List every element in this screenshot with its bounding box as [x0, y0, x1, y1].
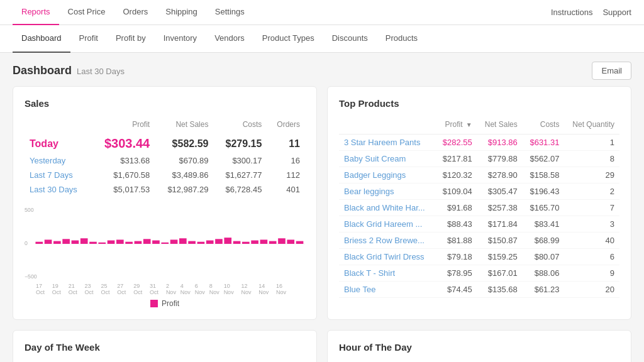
- product-row: Blue Tee$74.45$135.68$61.2320: [339, 282, 619, 298]
- email-button[interactable]: Email: [592, 62, 631, 80]
- bar: [89, 242, 97, 244]
- products-col-costs: Costs: [523, 118, 565, 134]
- chart-x-label: 27 Oct: [117, 283, 133, 295]
- nav-shipping[interactable]: Shipping: [157, 0, 206, 25]
- product-name[interactable]: Black Grid Hareem ...: [339, 216, 435, 233]
- product-costs: $631.31: [523, 134, 565, 151]
- chart-x-label: 29 Oct: [133, 283, 150, 295]
- sales-row[interactable]: Last 30 Days$5,017.53$12,987.29$6,728.45…: [25, 182, 305, 197]
- cards-row: Sales Profit Net Sales Costs Orders Toda…: [13, 86, 631, 320]
- nav-orders[interactable]: Orders: [114, 0, 157, 25]
- product-row: Bear leggings$109.04$305.47$196.432: [339, 184, 619, 200]
- chart-area: 500 0 −500 17 Oct19 Oct21 Oct23 Oct25 Oc…: [25, 204, 305, 308]
- bar: [224, 238, 231, 244]
- products-col-profit[interactable]: Profit ▼: [435, 118, 477, 134]
- sales-row[interactable]: Last 7 Days$1,670.58$3,489.86$1,627.7711…: [25, 168, 305, 182]
- bar: [45, 239, 52, 244]
- product-row: Black T - Shirt$78.95$167.01$88.069: [339, 265, 619, 282]
- col-orders: Orders: [267, 118, 305, 134]
- product-profit: $109.04: [435, 184, 477, 200]
- bar: [143, 239, 151, 244]
- product-name[interactable]: Bear leggings: [339, 184, 435, 200]
- tab-products[interactable]: Products: [377, 25, 426, 53]
- chart-x-label: 16 Nov: [276, 283, 294, 295]
- bar: [116, 239, 124, 244]
- chart-x-label: 31 Oct: [150, 283, 166, 295]
- product-net-sales: $167.01: [477, 265, 523, 282]
- sales-row-label[interactable]: Last 30 Days: [25, 182, 91, 197]
- sales-row-label[interactable]: Yesterday: [25, 153, 91, 168]
- top-nav-items: Reports Cost Price Orders Shipping Setti…: [13, 0, 253, 25]
- sales-row-label[interactable]: Last 7 Days: [25, 168, 91, 182]
- sales-row-label[interactable]: Today: [25, 134, 91, 153]
- instructions-link[interactable]: Instructions: [551, 8, 592, 17]
- col-net-sales: Net Sales: [155, 118, 213, 134]
- bar: [242, 242, 250, 244]
- product-net-sales: $278.90: [477, 167, 523, 184]
- nav-cost-price[interactable]: Cost Price: [59, 0, 114, 25]
- product-profit: $81.88: [435, 233, 477, 249]
- product-name[interactable]: Blue Tee: [339, 282, 435, 298]
- bar: [287, 239, 294, 244]
- bar: [135, 241, 142, 244]
- bar: [197, 242, 205, 244]
- sub-nav: Dashboard Profit Profit by Inventory Ven…: [0, 25, 644, 53]
- product-profit: $79.18: [435, 249, 477, 265]
- products-table: Profit ▼ Net Sales Costs Net Quantity 3 …: [339, 118, 619, 298]
- tab-product-types[interactable]: Product Types: [253, 25, 323, 53]
- product-qty: 20: [564, 282, 619, 298]
- product-name[interactable]: Black T - Shirt: [339, 265, 435, 282]
- nav-reports[interactable]: Reports: [13, 0, 59, 25]
- chart-x-label: 2 Nov: [166, 283, 180, 295]
- tab-vendors[interactable]: Vendors: [206, 25, 253, 53]
- sales-table: Profit Net Sales Costs Orders Today$303.…: [25, 118, 305, 197]
- svg-text:500: 500: [25, 207, 34, 213]
- product-name[interactable]: Briess 2 Row Brewe...: [339, 233, 435, 249]
- product-qty: 6: [564, 249, 619, 265]
- product-row: Black Grid Hareem ...$88.43$171.84$83.41…: [339, 216, 619, 233]
- nav-settings[interactable]: Settings: [206, 0, 253, 25]
- hour-of-day-title: Hour of The Day: [339, 342, 619, 353]
- sales-row[interactable]: Yesterday$313.68$670.89$300.1716: [25, 153, 305, 168]
- product-profit: $74.45: [435, 282, 477, 298]
- bar: [215, 239, 223, 244]
- product-qty: 40: [564, 233, 619, 249]
- product-costs: $196.43: [523, 184, 565, 200]
- product-row: Briess 2 Row Brewe...$81.88$150.87$68.99…: [339, 233, 619, 249]
- bar: [98, 243, 106, 244]
- product-name[interactable]: 3 Star Hareem Pants: [339, 134, 435, 151]
- product-qty: 8: [564, 151, 619, 167]
- product-name[interactable]: Black and White Har...: [339, 200, 435, 216]
- sales-row-profit: $5,017.53: [91, 182, 155, 197]
- chart-x-label: 23 Oct: [85, 283, 101, 295]
- tab-discounts[interactable]: Discounts: [323, 25, 377, 53]
- tab-dashboard[interactable]: Dashboard: [13, 25, 70, 53]
- tab-profit-by[interactable]: Profit by: [107, 25, 155, 53]
- product-name[interactable]: Black Grid Twirl Dress: [339, 249, 435, 265]
- sales-row-net-sales: $582.59: [155, 134, 213, 153]
- product-name[interactable]: Badger Leggings: [339, 167, 435, 184]
- support-link[interactable]: Support: [602, 8, 631, 17]
- sales-chart: 500 0 −500: [25, 204, 305, 280]
- bar: [296, 241, 304, 244]
- legend-dot: [150, 300, 158, 307]
- product-name[interactable]: Baby Suit Cream: [339, 151, 435, 167]
- main-content: Sales Profit Net Sales Costs Orders Toda…: [0, 86, 644, 362]
- sort-arrow: ▼: [466, 121, 472, 128]
- tab-inventory[interactable]: Inventory: [155, 25, 206, 53]
- svg-text:−500: −500: [25, 273, 37, 280]
- bar: [233, 241, 241, 244]
- sales-row-profit: $1,670.58: [91, 168, 155, 182]
- bar: [125, 242, 133, 244]
- products-col-net-sales: Net Sales: [477, 118, 523, 134]
- product-costs: $88.06: [523, 265, 565, 282]
- product-row: Baby Suit Cream$217.81$779.88$562.078: [339, 151, 619, 167]
- bar: [62, 239, 70, 244]
- product-net-sales: $135.68: [477, 282, 523, 298]
- product-qty: 3: [564, 216, 619, 233]
- product-net-sales: $159.25: [477, 249, 523, 265]
- sales-row: Today$303.44$582.59$279.1511: [25, 134, 305, 153]
- chart-x-label: 12 Nov: [241, 283, 258, 295]
- tab-profit[interactable]: Profit: [70, 25, 107, 53]
- chart-x-label: 8 Nov: [209, 283, 224, 295]
